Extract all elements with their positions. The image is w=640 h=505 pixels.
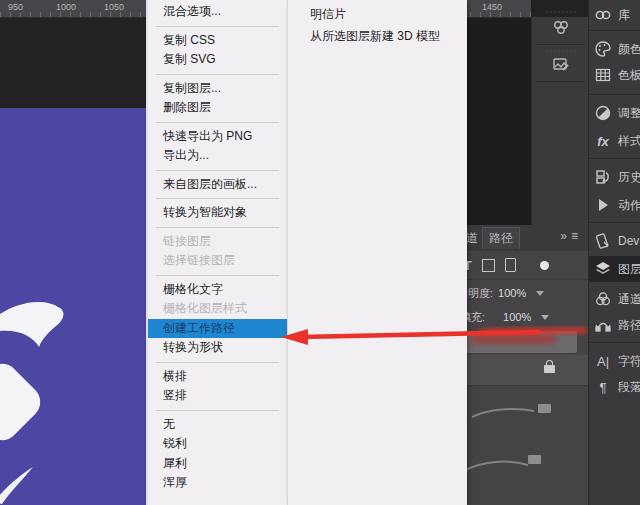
menu-item-vertical[interactable]: 竖排: [148, 386, 287, 406]
dock-item-swatches[interactable]: 色板: [589, 62, 640, 88]
submenu-item-postcard[interactable]: 明信片: [288, 3, 467, 25]
channels-icon: [594, 290, 612, 308]
dock-item-history[interactable]: 历史记录: [589, 164, 640, 190]
document-canvas: [0, 108, 150, 505]
dock-item-paragraph[interactable]: ¶ 段落: [589, 374, 640, 400]
dock-item-paths[interactable]: 路径: [589, 312, 640, 338]
smart-object-filter-icon[interactable]: [505, 258, 516, 272]
menu-separator: [156, 275, 279, 276]
libraries-icon: [594, 6, 612, 24]
layer-context-menu: 混合选项... 复制 CSS 复制 SVG 复制图层... 删除图层 快速导出为…: [146, 0, 287, 505]
ruler-label: 1000: [56, 2, 76, 12]
opacity-value[interactable]: 100%: [498, 287, 526, 299]
menu-item-artboard-from-layers[interactable]: 来自图层的画板...: [148, 175, 287, 195]
color-palette-icon: [594, 40, 612, 58]
filter-toggle-icon[interactable]: [540, 261, 549, 270]
fill-dropdown-icon[interactable]: [541, 315, 549, 320]
ruler-label: 950: [8, 2, 23, 12]
canvas-dark-region: [467, 17, 531, 225]
layer-thumbnail-bar[interactable]: [465, 331, 577, 353]
menu-item-convert-to-shape[interactable]: 转换为形状: [148, 338, 287, 358]
tab-paths[interactable]: 路径: [482, 227, 520, 249]
layers-icon: [594, 260, 612, 278]
dock-item-layers[interactable]: 图层: [589, 256, 640, 282]
actions-play-icon: [594, 196, 612, 214]
dock-separator: [589, 94, 640, 95]
menu-item-horizontal[interactable]: 横排: [148, 367, 287, 387]
menu-item-export-as[interactable]: 导出为...: [148, 146, 287, 166]
swatches-grid-icon: [594, 66, 612, 84]
fill-value[interactable]: 100%: [503, 311, 531, 323]
dock-separator: [589, 158, 640, 159]
collapsed-panel-dock: [531, 17, 589, 225]
menu-separator: [156, 362, 279, 363]
dock-separator: [589, 222, 640, 223]
menu-item-blending-options[interactable]: 混合选项...: [148, 2, 287, 22]
menu-item-select-linked-layers: 选择链接图层: [148, 251, 287, 271]
tab-channels-partial[interactable]: 道: [466, 230, 478, 247]
menu-item-convert-to-smart-object[interactable]: 转换为智能对象: [148, 203, 287, 223]
panel-menu-icon[interactable]: ≡: [571, 229, 582, 243]
panel-icon-image-brush[interactable]: [546, 50, 576, 78]
paragraph-icon: ¶: [594, 378, 612, 396]
layer-lock-icon[interactable]: [544, 365, 555, 373]
adjustments-icon: [594, 104, 612, 122]
photoshop-workspace: 950 1000 1050 1450 道 路径 »≡ ◑ T: [0, 0, 640, 505]
dock-separator: [536, 81, 585, 82]
ruler-label: 1050: [104, 2, 124, 12]
menu-item-antialias-crisp[interactable]: 犀利: [148, 454, 287, 474]
character-icon: A|: [594, 352, 612, 370]
menu-item-antialias-strong[interactable]: 浑厚: [148, 473, 287, 493]
menu-item-quick-export-png[interactable]: 快速导出为 PNG: [148, 127, 287, 147]
device-preview-icon: [594, 232, 612, 250]
menu-item-delete-layer[interactable]: 删除图层: [148, 98, 287, 118]
dock-item-channels[interactable]: 通道: [589, 286, 640, 312]
menu-item-link-layers: 链接图层: [148, 232, 287, 252]
submenu-item-new-3d-model[interactable]: 从所选图层新建 3D 模型: [288, 25, 467, 47]
menu-item-rasterize-type[interactable]: 栅格化文字: [148, 280, 287, 300]
opacity-dropdown-icon[interactable]: [536, 291, 544, 296]
layer-badge-icon: [528, 455, 541, 464]
history-icon: [594, 168, 612, 186]
menu-item-rasterize-layer-style: 栅格化图层样式: [148, 299, 287, 319]
dock-item-actions[interactable]: 动作: [589, 192, 640, 218]
menu-separator: [156, 26, 279, 27]
collapse-panels-icon[interactable]: »: [560, 229, 571, 243]
menu-item-antialias-none[interactable]: 无: [148, 415, 287, 435]
panel-icon-flower[interactable]: [546, 11, 576, 39]
menu-separator: [156, 227, 279, 228]
menu-separator: [156, 410, 279, 411]
layer-submenu: 明信片 从所选图层新建 3D 模型: [287, 0, 467, 505]
dock-item-device-preview[interactable]: Dev: [589, 228, 640, 254]
menu-item-create-work-path[interactable]: 创建工作路径: [148, 319, 287, 339]
ruler-label: 1450: [482, 2, 502, 12]
menu-item-duplicate-layer[interactable]: 复制图层...: [148, 79, 287, 99]
menu-item-copy-svg[interactable]: 复制 SVG: [148, 50, 287, 70]
dock-item-character[interactable]: A| 字符: [589, 348, 640, 374]
dock-item-styles[interactable]: fx 样式: [589, 128, 640, 154]
script-letter-shape: [0, 108, 150, 505]
menu-item-copy-css[interactable]: 复制 CSS: [148, 31, 287, 51]
menu-separator: [156, 122, 279, 123]
menu-item-antialias-sharp[interactable]: 锐利: [148, 434, 287, 454]
menu-separator: [156, 170, 279, 171]
arrow-blur-smear: [471, 335, 555, 343]
paths-icon: [594, 316, 612, 334]
panel-dock: 库 颜色 色板 调整 fx 样式: [588, 0, 640, 505]
styles-fx-icon: fx: [594, 132, 612, 150]
dock-separator: [589, 342, 640, 343]
menu-separator: [156, 74, 279, 75]
dock-item-color[interactable]: 颜色: [589, 36, 640, 62]
dock-item-libraries[interactable]: 库: [589, 2, 640, 28]
dock-separator: [589, 30, 640, 31]
shape-filter-icon[interactable]: [482, 259, 495, 272]
menu-separator: [156, 198, 279, 199]
dock-item-adjustments[interactable]: 调整: [589, 100, 640, 126]
dock-separator: [536, 44, 585, 45]
layer-badge-icon: [538, 404, 551, 413]
